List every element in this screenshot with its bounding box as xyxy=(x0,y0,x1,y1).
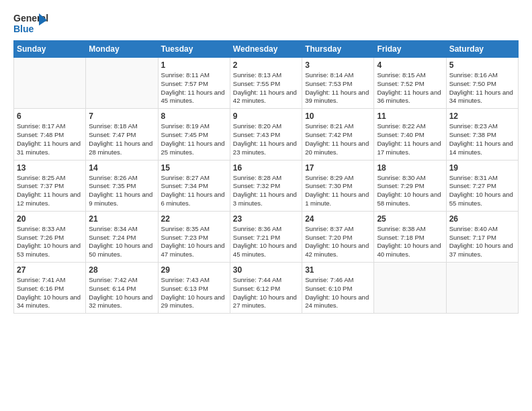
day-number: 7 xyxy=(89,111,154,121)
day-number: 18 xyxy=(377,163,443,173)
day-info: Sunrise: 7:41 AM Sunset: 6:16 PM Dayligh… xyxy=(17,276,83,310)
day-info: Sunrise: 8:22 AM Sunset: 7:40 PM Dayligh… xyxy=(377,122,443,156)
day-number: 29 xyxy=(161,265,227,275)
day-cell: 25Sunrise: 8:38 AM Sunset: 7:18 PM Dayli… xyxy=(374,211,446,262)
day-number: 17 xyxy=(305,163,371,173)
day-cell: 26Sunrise: 8:40 AM Sunset: 7:17 PM Dayli… xyxy=(446,211,518,262)
day-info: Sunrise: 8:31 AM Sunset: 7:27 PM Dayligh… xyxy=(449,174,515,208)
day-info: Sunrise: 8:36 AM Sunset: 7:21 PM Dayligh… xyxy=(233,225,299,259)
day-cell: 16Sunrise: 8:28 AM Sunset: 7:32 PM Dayli… xyxy=(230,160,302,211)
day-info: Sunrise: 8:33 AM Sunset: 7:26 PM Dayligh… xyxy=(17,225,83,259)
weekday-friday: Friday xyxy=(374,41,446,58)
day-number: 1 xyxy=(161,60,227,70)
day-number: 2 xyxy=(233,60,299,70)
day-info: Sunrise: 8:28 AM Sunset: 7:32 PM Dayligh… xyxy=(233,174,299,208)
weekday-thursday: Thursday xyxy=(302,41,374,58)
day-cell: 6Sunrise: 8:17 AM Sunset: 7:48 PM Daylig… xyxy=(14,109,86,160)
day-cell: 17Sunrise: 8:29 AM Sunset: 7:30 PM Dayli… xyxy=(302,160,374,211)
day-number: 27 xyxy=(17,265,83,275)
day-info: Sunrise: 8:20 AM Sunset: 7:43 PM Dayligh… xyxy=(233,122,299,156)
logo: GeneralBlue xyxy=(13,11,48,36)
day-info: Sunrise: 8:13 AM Sunset: 7:55 PM Dayligh… xyxy=(233,71,299,105)
day-info: Sunrise: 8:40 AM Sunset: 7:17 PM Dayligh… xyxy=(449,225,515,259)
page: GeneralBlue SundayMondayTuesdayWednesday… xyxy=(0,0,532,320)
day-number: 5 xyxy=(449,60,515,70)
day-cell: 30Sunrise: 7:44 AM Sunset: 6:12 PM Dayli… xyxy=(230,263,302,314)
day-info: Sunrise: 8:25 AM Sunset: 7:37 PM Dayligh… xyxy=(17,174,83,208)
day-number: 8 xyxy=(161,111,227,121)
weekday-saturday: Saturday xyxy=(446,41,518,58)
day-info: Sunrise: 8:35 AM Sunset: 7:23 PM Dayligh… xyxy=(161,225,227,259)
day-number: 24 xyxy=(305,214,371,224)
day-cell: 12Sunrise: 8:23 AM Sunset: 7:38 PM Dayli… xyxy=(446,109,518,160)
day-info: Sunrise: 8:19 AM Sunset: 7:45 PM Dayligh… xyxy=(161,122,227,156)
calendar-table: SundayMondayTuesdayWednesdayThursdayFrid… xyxy=(13,40,519,314)
day-info: Sunrise: 7:44 AM Sunset: 6:12 PM Dayligh… xyxy=(233,276,299,310)
day-cell: 8Sunrise: 8:19 AM Sunset: 7:45 PM Daylig… xyxy=(158,109,230,160)
header: GeneralBlue xyxy=(13,11,519,36)
day-number: 12 xyxy=(449,111,515,121)
svg-text:Blue: Blue xyxy=(13,24,34,34)
day-number: 26 xyxy=(449,214,515,224)
day-info: Sunrise: 8:34 AM Sunset: 7:24 PM Dayligh… xyxy=(89,225,154,259)
day-cell: 9Sunrise: 8:20 AM Sunset: 7:43 PM Daylig… xyxy=(230,109,302,160)
weekday-monday: Monday xyxy=(86,41,158,58)
weekday-header-row: SundayMondayTuesdayWednesdayThursdayFrid… xyxy=(14,41,519,58)
week-row-1: 6Sunrise: 8:17 AM Sunset: 7:48 PM Daylig… xyxy=(14,109,519,160)
day-cell: 22Sunrise: 8:35 AM Sunset: 7:23 PM Dayli… xyxy=(158,211,230,262)
day-info: Sunrise: 8:27 AM Sunset: 7:34 PM Dayligh… xyxy=(161,174,227,208)
day-number: 31 xyxy=(305,265,371,275)
day-number: 19 xyxy=(449,163,515,173)
day-cell: 31Sunrise: 7:46 AM Sunset: 6:10 PM Dayli… xyxy=(302,263,374,314)
day-info: Sunrise: 8:29 AM Sunset: 7:30 PM Dayligh… xyxy=(305,174,371,208)
day-info: Sunrise: 8:30 AM Sunset: 7:29 PM Dayligh… xyxy=(377,174,443,208)
day-info: Sunrise: 8:37 AM Sunset: 7:20 PM Dayligh… xyxy=(305,225,371,259)
weekday-tuesday: Tuesday xyxy=(158,41,230,58)
day-info: Sunrise: 8:18 AM Sunset: 7:47 PM Dayligh… xyxy=(89,122,154,156)
day-info: Sunrise: 8:38 AM Sunset: 7:18 PM Dayligh… xyxy=(377,225,443,259)
day-number: 9 xyxy=(233,111,299,121)
day-info: Sunrise: 7:42 AM Sunset: 6:14 PM Dayligh… xyxy=(89,276,154,310)
day-cell: 13Sunrise: 8:25 AM Sunset: 7:37 PM Dayli… xyxy=(14,160,86,211)
day-cell: 23Sunrise: 8:36 AM Sunset: 7:21 PM Dayli… xyxy=(230,211,302,262)
day-cell: 7Sunrise: 8:18 AM Sunset: 7:47 PM Daylig… xyxy=(86,109,158,160)
day-cell: 14Sunrise: 8:26 AM Sunset: 7:35 PM Dayli… xyxy=(86,160,158,211)
week-row-3: 20Sunrise: 8:33 AM Sunset: 7:26 PM Dayli… xyxy=(14,211,519,262)
day-number: 20 xyxy=(17,214,83,224)
day-info: Sunrise: 8:15 AM Sunset: 7:52 PM Dayligh… xyxy=(377,71,443,105)
day-info: Sunrise: 8:14 AM Sunset: 7:53 PM Dayligh… xyxy=(305,71,371,105)
week-row-4: 27Sunrise: 7:41 AM Sunset: 6:16 PM Dayli… xyxy=(14,263,519,314)
day-number: 6 xyxy=(17,111,83,121)
weekday-sunday: Sunday xyxy=(14,41,86,58)
day-cell: 27Sunrise: 7:41 AM Sunset: 6:16 PM Dayli… xyxy=(14,263,86,314)
day-cell xyxy=(14,58,86,109)
day-number: 21 xyxy=(89,214,154,224)
day-number: 30 xyxy=(233,265,299,275)
day-info: Sunrise: 8:21 AM Sunset: 7:42 PM Dayligh… xyxy=(305,122,371,156)
day-number: 4 xyxy=(377,60,443,70)
day-number: 13 xyxy=(17,163,83,173)
day-number: 3 xyxy=(305,60,371,70)
day-info: Sunrise: 7:46 AM Sunset: 6:10 PM Dayligh… xyxy=(305,276,371,310)
day-cell: 29Sunrise: 7:43 AM Sunset: 6:13 PM Dayli… xyxy=(158,263,230,314)
day-number: 23 xyxy=(233,214,299,224)
day-number: 25 xyxy=(377,214,443,224)
day-cell: 20Sunrise: 8:33 AM Sunset: 7:26 PM Dayli… xyxy=(14,211,86,262)
day-cell: 24Sunrise: 8:37 AM Sunset: 7:20 PM Dayli… xyxy=(302,211,374,262)
day-info: Sunrise: 8:23 AM Sunset: 7:38 PM Dayligh… xyxy=(449,122,515,156)
day-cell: 4Sunrise: 8:15 AM Sunset: 7:52 PM Daylig… xyxy=(374,58,446,109)
day-number: 15 xyxy=(161,163,227,173)
day-info: Sunrise: 8:26 AM Sunset: 7:35 PM Dayligh… xyxy=(89,174,154,208)
week-row-2: 13Sunrise: 8:25 AM Sunset: 7:37 PM Dayli… xyxy=(14,160,519,211)
day-cell: 10Sunrise: 8:21 AM Sunset: 7:42 PM Dayli… xyxy=(302,109,374,160)
day-cell: 28Sunrise: 7:42 AM Sunset: 6:14 PM Dayli… xyxy=(86,263,158,314)
day-info: Sunrise: 8:17 AM Sunset: 7:48 PM Dayligh… xyxy=(17,122,83,156)
day-number: 11 xyxy=(377,111,443,121)
logo-svg: GeneralBlue xyxy=(13,11,48,36)
day-cell: 5Sunrise: 8:16 AM Sunset: 7:50 PM Daylig… xyxy=(446,58,518,109)
day-cell: 11Sunrise: 8:22 AM Sunset: 7:40 PM Dayli… xyxy=(374,109,446,160)
day-cell xyxy=(446,263,518,314)
day-number: 22 xyxy=(161,214,227,224)
day-number: 10 xyxy=(305,111,371,121)
day-number: 16 xyxy=(233,163,299,173)
